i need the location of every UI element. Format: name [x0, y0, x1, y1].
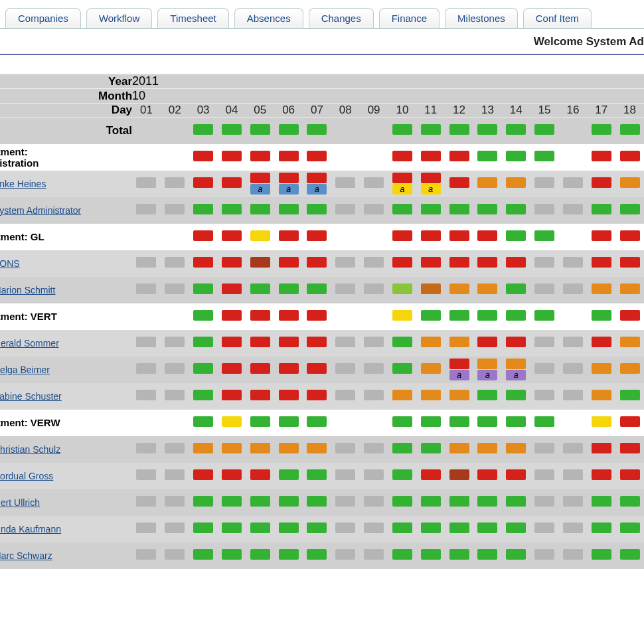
- user-cell[interactable]: [530, 357, 559, 383]
- user-cell[interactable]: [360, 357, 388, 383]
- user-cell[interactable]: [189, 436, 218, 463]
- user-cell[interactable]: [132, 197, 161, 224]
- user-cell[interactable]: [473, 197, 502, 224]
- user-cell[interactable]: [615, 357, 644, 383]
- user-cell[interactable]: [558, 357, 587, 383]
- user-cell[interactable]: [416, 277, 445, 303]
- user-cell[interactable]: [132, 516, 161, 542]
- user-cell[interactable]: [132, 436, 161, 463]
- user-cell[interactable]: [246, 197, 274, 224]
- tab-absences[interactable]: Absences: [234, 8, 303, 28]
- user-cell[interactable]: [615, 197, 644, 224]
- user-cell[interactable]: [360, 489, 388, 516]
- tab-conf-item[interactable]: Conf Item: [523, 8, 592, 28]
- user-cell[interactable]: [388, 250, 417, 277]
- user-cell[interactable]: [558, 250, 587, 277]
- user-cell[interactable]: [502, 171, 530, 197]
- user-cell[interactable]: [189, 171, 218, 197]
- user-cell[interactable]: [473, 463, 502, 489]
- user-link[interactable]: Gert Ullrich: [0, 497, 40, 508]
- user-cell[interactable]: [587, 277, 615, 303]
- user-cell[interactable]: [218, 383, 246, 410]
- user-cell[interactable]: [331, 171, 360, 197]
- user-cell[interactable]: a: [388, 171, 417, 197]
- user-cell[interactable]: [558, 463, 587, 489]
- user-cell[interactable]: [530, 463, 559, 489]
- user-cell[interactable]: [615, 171, 644, 197]
- user-cell[interactable]: [132, 330, 161, 357]
- user-cell[interactable]: [303, 516, 331, 542]
- user-cell[interactable]: [189, 463, 218, 489]
- user-cell[interactable]: [558, 171, 587, 197]
- user-cell[interactable]: [416, 542, 445, 569]
- user-cell[interactable]: [218, 330, 246, 357]
- user-cell[interactable]: [132, 250, 161, 277]
- user-cell[interactable]: [218, 436, 246, 463]
- user-cell[interactable]: [615, 250, 644, 277]
- user-cell[interactable]: [274, 277, 303, 303]
- user-cell[interactable]: [331, 357, 360, 383]
- user-cell[interactable]: [331, 516, 360, 542]
- user-cell[interactable]: [161, 277, 189, 303]
- user-cell[interactable]: [473, 489, 502, 516]
- user-cell[interactable]: [587, 436, 615, 463]
- user-link[interactable]: Anke Heines: [0, 179, 46, 189]
- user-cell[interactable]: [303, 277, 331, 303]
- user-cell[interactable]: [445, 250, 473, 277]
- user-cell[interactable]: [274, 383, 303, 410]
- user-cell[interactable]: [331, 489, 360, 516]
- user-cell[interactable]: [189, 383, 218, 410]
- user-cell[interactable]: [331, 330, 360, 357]
- user-cell[interactable]: [558, 516, 587, 542]
- user-cell[interactable]: [587, 542, 615, 569]
- user-cell[interactable]: [189, 330, 218, 357]
- user-cell[interactable]: [445, 383, 473, 410]
- user-cell[interactable]: [218, 277, 246, 303]
- user-cell[interactable]: [502, 516, 530, 542]
- user-cell[interactable]: [558, 277, 587, 303]
- user-cell[interactable]: [132, 542, 161, 569]
- user-link[interactable]: Helga Beimer: [0, 364, 50, 375]
- user-cell[interactable]: a: [303, 171, 331, 197]
- user-cell[interactable]: [303, 463, 331, 489]
- user-cell[interactable]: [445, 330, 473, 357]
- user-cell[interactable]: [587, 463, 615, 489]
- user-cell[interactable]: [246, 383, 274, 410]
- user-cell[interactable]: [530, 489, 559, 516]
- user-cell[interactable]: [274, 330, 303, 357]
- user-cell[interactable]: [416, 250, 445, 277]
- user-cell[interactable]: [360, 516, 388, 542]
- user-cell[interactable]: [558, 542, 587, 569]
- user-cell[interactable]: [161, 383, 189, 410]
- user-cell[interactable]: [246, 516, 274, 542]
- user-cell[interactable]: [388, 197, 417, 224]
- user-cell[interactable]: [303, 330, 331, 357]
- user-cell[interactable]: [161, 171, 189, 197]
- user-cell[interactable]: [587, 197, 615, 224]
- user-cell[interactable]: [473, 542, 502, 569]
- user-cell[interactable]: [388, 330, 417, 357]
- user-cell[interactable]: [161, 542, 189, 569]
- user-cell[interactable]: [615, 330, 644, 357]
- user-cell[interactable]: [530, 171, 559, 197]
- user-cell[interactable]: [218, 250, 246, 277]
- tab-milestones[interactable]: Milestones: [445, 8, 518, 28]
- user-cell[interactable]: [246, 489, 274, 516]
- user-cell[interactable]: [303, 357, 331, 383]
- user-cell[interactable]: [303, 383, 331, 410]
- user-cell[interactable]: [331, 383, 360, 410]
- user-cell[interactable]: [473, 171, 502, 197]
- user-cell[interactable]: [445, 277, 473, 303]
- user-cell[interactable]: [331, 436, 360, 463]
- user-cell[interactable]: [473, 436, 502, 463]
- user-cell[interactable]: [502, 250, 530, 277]
- user-cell[interactable]: a: [246, 171, 274, 197]
- user-cell[interactable]: [161, 489, 189, 516]
- user-cell[interactable]: [360, 171, 388, 197]
- user-link[interactable]: Cordual Gross: [0, 471, 53, 481]
- user-cell[interactable]: [502, 383, 530, 410]
- user-cell[interactable]: [473, 250, 502, 277]
- user-cell[interactable]: [246, 357, 274, 383]
- user-cell[interactable]: [530, 277, 559, 303]
- user-cell[interactable]: [502, 489, 530, 516]
